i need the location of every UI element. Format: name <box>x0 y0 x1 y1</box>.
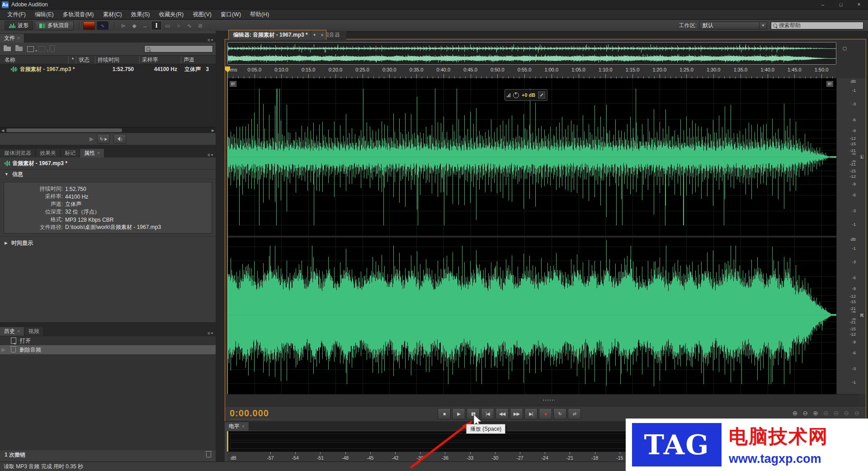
close-icon[interactable]: × <box>17 327 20 336</box>
menu-item-3[interactable]: 素材(C) <box>98 10 126 19</box>
zoom-in-horizontal-icon[interactable]: ⊕ <box>813 409 818 417</box>
timeline-label: 0:40.0 <box>437 67 451 72</box>
close-icon[interactable]: × <box>97 149 100 157</box>
new-file-icon[interactable] <box>27 46 34 52</box>
zoom-in-point-icon[interactable]: ⊖ <box>834 409 839 417</box>
edit-boundary-icon[interactable] <box>230 81 236 87</box>
column-status[interactable]: 状态 <box>76 56 95 64</box>
panel-menu-icon[interactable]: ≡▾ <box>208 152 216 157</box>
skip-selection-button[interactable]: ⇄ <box>568 408 581 419</box>
menu-item-6[interactable]: 视图(V) <box>188 10 216 19</box>
tab-markers[interactable]: 标记 <box>61 149 80 157</box>
auto-play-button[interactable]: ) <box>113 134 126 144</box>
time-display-section-header[interactable]: ▶ 时间显示 <box>0 238 216 247</box>
horizontal-zoom-scrollbar[interactable] <box>227 394 859 406</box>
close-icon[interactable]: × <box>321 33 324 38</box>
record-button[interactable]: ● <box>539 408 552 419</box>
edit-boundary-icon[interactable] <box>826 81 833 87</box>
import-file-icon[interactable] <box>15 47 23 51</box>
tool-icon-2[interactable]: ↔ <box>140 21 150 30</box>
column-name[interactable]: 名称 ▲ <box>0 56 76 64</box>
scroll-left-icon[interactable]: ◀ <box>0 128 5 133</box>
close-icon[interactable]: × <box>17 34 20 43</box>
volume-knob-icon[interactable] <box>513 92 519 98</box>
workspace-dropdown[interactable]: 默认 ▼ <box>699 22 767 29</box>
skip-to-end-button[interactable]: ▶| <box>524 408 538 419</box>
menu-item-7[interactable]: 窗口(W) <box>216 10 245 19</box>
stop-button[interactable]: ■ <box>438 408 451 419</box>
minimize-button[interactable]: – <box>814 0 832 9</box>
menu-item-8[interactable]: 帮助(H) <box>245 10 274 19</box>
pin-icon[interactable] <box>538 91 545 99</box>
time-display[interactable]: 0:00.000 <box>230 408 269 419</box>
volume-hud[interactable]: +0 dB <box>505 89 547 101</box>
menu-item-2[interactable]: 多轨混音(M) <box>58 10 99 19</box>
spectral-frequency-display-button[interactable] <box>83 21 95 30</box>
files-search-input[interactable] <box>144 45 213 52</box>
scrollbar-thumb[interactable] <box>6 128 122 132</box>
history-item[interactable]: 打开 <box>0 336 216 345</box>
waveform-display[interactable] <box>227 78 836 394</box>
file-row[interactable]: 音频素材 - 1967.mp3 * 1:52.750 44100 Hz 立体声 … <box>0 64 216 74</box>
help-search-input[interactable]: 搜索帮助 <box>771 22 863 29</box>
tool-icon-4[interactable]: ▭ <box>163 21 173 30</box>
panel-menu-icon[interactable]: ≡▾ <box>208 38 216 43</box>
files-horizontal-scrollbar[interactable]: ◀ ▶ <box>0 127 216 133</box>
fast-forward-button[interactable]: ▶▶ <box>510 408 523 419</box>
info-section-header[interactable]: ▼ 信息 <box>0 170 216 179</box>
multitrack-mode-button[interactable]: 多轨混音 <box>35 21 74 30</box>
tab-effects-rack[interactable]: 效果夹 <box>36 149 61 157</box>
tool-icon-5[interactable]: ○ <box>174 21 184 30</box>
tab-history[interactable]: 历史× <box>0 327 24 336</box>
level-tick <box>570 452 570 454</box>
zoom-out-vertical-icon[interactable]: ⊖ <box>803 409 808 417</box>
tab-properties[interactable]: 属性× <box>80 149 104 157</box>
panel-menu-icon[interactable]: ≡▾ <box>208 331 216 336</box>
overview-navigator[interactable] <box>227 42 836 65</box>
tab-editor[interactable]: 编辑器: 音频素材 - 1967.mp3 * ▼ × <box>228 30 326 40</box>
tool-icon-3[interactable]: I <box>151 21 162 30</box>
overview-zoom-out-icon[interactable] <box>843 47 847 51</box>
menu-item-5[interactable]: 收藏夹(R) <box>154 10 188 19</box>
column-sample-rate[interactable]: 采样率 <box>139 56 181 64</box>
menu-item-0[interactable]: 文件(F) <box>3 10 30 19</box>
timeline-ruler[interactable]: hms 0:05.00:10.00:15.00:20.00:25.00:30.0… <box>227 67 836 79</box>
tool-icon-0[interactable]: ⊳ <box>118 21 128 30</box>
menu-item-1[interactable]: 编辑(E) <box>30 10 58 19</box>
history-item[interactable]: ▷删除音频 <box>0 345 216 354</box>
trash-icon[interactable] <box>206 452 211 457</box>
rewind-button[interactable]: ◀◀ <box>495 408 509 419</box>
tab-video[interactable]: 视频 <box>24 327 44 336</box>
loop-playback-button[interactable]: ↻ <box>553 408 566 419</box>
main-toolbar: 波形 多轨混音 ∿ ⊳◆↔I▭○∿⊘ 工作区: 默认 ▼ 搜索帮助 <box>0 20 868 32</box>
tab-media-browser[interactable]: 媒体浏览器 <box>0 149 36 157</box>
close-button[interactable]: × <box>850 0 868 9</box>
tool-icon-6[interactable]: ∿ <box>184 21 194 30</box>
spectral-pitch-display-button[interactable]: ∿ <box>97 21 108 30</box>
maximize-button[interactable]: □ <box>832 0 850 9</box>
skip-to-start-button[interactable]: |◀ <box>481 408 494 419</box>
waveform-mode-button[interactable]: 波形 <box>5 21 33 30</box>
right-channel-badge[interactable]: R <box>859 312 865 318</box>
column-channels[interactable]: 声道 <box>181 56 202 64</box>
chevron-down-icon[interactable]: ▼ <box>311 30 318 40</box>
zoom-out-point-icon[interactable]: ⊖ <box>844 409 849 417</box>
close-icon[interactable]: × <box>242 422 245 431</box>
column-duration[interactable]: 持续时间 <box>95 56 139 64</box>
scroll-right-icon[interactable]: ▶ <box>210 128 216 133</box>
zoom-selection-icon[interactable]: ⊖ <box>854 409 859 417</box>
zoom-out-horizontal-icon[interactable]: ⊖ <box>823 409 829 417</box>
tab-files[interactable]: 文件 × <box>0 34 24 43</box>
pause-button[interactable]: ▮▮ <box>467 408 480 419</box>
audio-file-icon <box>11 67 17 72</box>
menu-item-4[interactable]: 效果(S) <box>127 10 155 19</box>
db-tick-label: -12 <box>837 174 856 179</box>
loop-preview-button[interactable]: ↻▶ <box>97 134 110 144</box>
tool-icon-7[interactable]: ⊘ <box>195 21 205 30</box>
left-channel-badge[interactable]: L <box>859 154 865 160</box>
play-button[interactable]: ▶ <box>452 408 465 419</box>
zoom-in-vertical-icon[interactable]: ⊕ <box>793 409 798 417</box>
open-file-icon[interactable] <box>4 47 11 51</box>
tab-levels[interactable]: 电平× <box>225 422 249 431</box>
tool-icon-1[interactable]: ◆ <box>129 21 139 30</box>
